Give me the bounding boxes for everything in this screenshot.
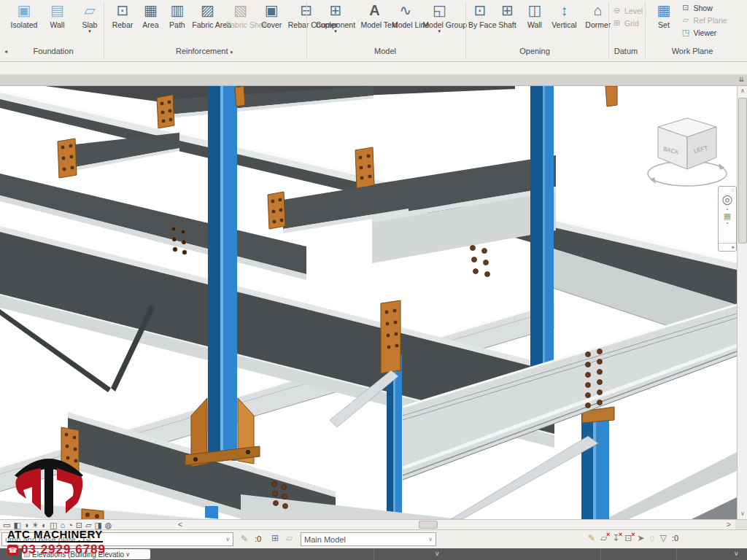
component-icon: ⊞	[314, 1, 357, 20]
design-options-dialog-icon[interactable]: ▱	[286, 533, 293, 543]
displacement-icon[interactable]: ◍	[105, 520, 112, 530]
fabric-area-button[interactable]: ▨ Fabric Area	[192, 0, 222, 29]
connection-plate[interactable]	[61, 427, 79, 472]
component-caret-icon[interactable]: ▾	[314, 29, 357, 34]
workset-selector[interactable]: umn and base plate - Gi ∨	[1, 532, 233, 546]
background-processes-icon[interactable]: ◌	[649, 533, 654, 543]
nav-dot-icon: •	[727, 221, 729, 225]
selection-count: :0	[672, 534, 678, 542]
shadows-icon[interactable]: ◐	[42, 520, 47, 530]
ribbon-separator	[465, 2, 466, 58]
temporary-view-properties-icon[interactable]: ▱	[85, 520, 91, 530]
temporary-hide-icon[interactable]: ◔	[68, 520, 73, 530]
chevron-down-icon[interactable]: ∨	[428, 536, 433, 542]
panel-label-model[interactable]: Model	[312, 47, 458, 58]
steering-wheel-icon[interactable]: ◎	[722, 192, 733, 207]
model-group-caret-icon[interactable]: ▾	[422, 29, 456, 34]
wall-foundation-button[interactable]: ▤ Wall	[44, 0, 70, 29]
set-button[interactable]: ▦ Set	[651, 0, 677, 29]
editable-only-icon[interactable]: ✎	[588, 533, 595, 543]
select-pinned-icon[interactable]: ↧×	[612, 533, 619, 543]
chevron-down-icon[interactable]: ∨	[225, 536, 230, 542]
slab-icon: ▱	[74, 1, 106, 20]
path-button[interactable]: ▥ Path	[166, 0, 189, 29]
status-bar: umn and base plate - Gi ∨ ✎ :0 ⊞ ▱ Main …	[0, 529, 747, 548]
vertical-scroll-thumb[interactable]	[738, 98, 747, 244]
visual-style-icon[interactable]: ◑	[24, 520, 29, 530]
steel-column-blue[interactable]	[208, 86, 237, 461]
panel-label-reinforcement[interactable]: Reinforcement ▾	[107, 47, 302, 58]
sun-path-icon[interactable]: ☀	[31, 520, 39, 530]
area-button[interactable]: ▦ Area	[139, 0, 162, 29]
design-option-selector[interactable]: Main Model ∨	[301, 532, 436, 546]
select-links-icon[interactable]: ▱×	[600, 533, 607, 543]
model-line-button[interactable]: ∿ Model Line	[392, 0, 419, 29]
fabric-sheet-button[interactable]: ▧ Fabric Sheet	[226, 0, 255, 29]
drag-on-selection-icon[interactable]: ➤	[637, 533, 644, 543]
drawing-area-3d-view[interactable]: BACK LEFT ○ ◎ • ▦ • ▸	[0, 86, 737, 519]
ref-plane-button[interactable]: ▱ Ref Plane	[680, 14, 727, 26]
slab-button[interactable]: ▱ Slab ▾	[74, 0, 106, 34]
connection-plate[interactable]	[605, 86, 617, 106]
crop-view-icon[interactable]: ◫	[50, 520, 57, 530]
isolated-foundation-button[interactable]: ▣ Isolated	[7, 0, 41, 29]
panel-label-work-plane[interactable]: Work Plane	[646, 47, 738, 58]
scroll-down-arrow[interactable]: ∨	[738, 509, 747, 519]
worksets-dialog-icon[interactable]: ⊞	[271, 533, 279, 543]
grid-button[interactable]: ⊞ Grid	[611, 17, 643, 29]
chevron-down-icon[interactable]: ∨	[435, 550, 440, 557]
nav-expand-icon[interactable]: ▸	[732, 244, 735, 249]
vertical-icon: ↕	[549, 1, 578, 20]
level-button[interactable]: ⊖ Level	[611, 4, 643, 17]
steel-structure-model[interactable]: BACK LEFT	[0, 86, 737, 519]
reveal-hidden-icon[interactable]: ⊡	[76, 520, 82, 530]
project-browser-view-item[interactable]: Elevations (Building Elevatio ∨	[22, 549, 150, 559]
connection-plate[interactable]	[157, 95, 174, 128]
model-group-button[interactable]: ◱ Model Group ▾	[422, 0, 456, 34]
rebar-button[interactable]: ⊡ Rebar	[109, 0, 136, 29]
fabric-area-icon: ▨	[192, 1, 222, 20]
crop-region-icon[interactable]: ⌂	[60, 520, 65, 530]
reinforcement-caret-icon: ▾	[231, 50, 233, 55]
isolated-icon: ▣	[7, 1, 41, 20]
shaft-icon: ⊞	[495, 1, 519, 20]
component-button[interactable]: ⊞ Component ▾	[314, 0, 357, 34]
analytical-model-icon[interactable]: ◨	[94, 520, 101, 530]
dormer-button[interactable]: ⌂ Dormer	[582, 0, 614, 29]
by-face-icon: ⊡	[468, 1, 492, 20]
nav-pin-icon[interactable]: ○	[732, 187, 735, 192]
shaft-button[interactable]: ⊞ Shaft	[495, 0, 519, 29]
panel-label-foundation[interactable]: Foundation	[4, 47, 102, 58]
vertical-scrollbar[interactable]: ∧ ∨	[737, 86, 747, 519]
show-button[interactable]: ⊡ Show	[680, 1, 727, 14]
scroll-up-arrow[interactable]: ∧	[738, 86, 747, 96]
viewer-button[interactable]: ◳ Viewer	[680, 26, 727, 39]
navigation-bar[interactable]: ○ ◎ • ▦ • ▸	[718, 186, 737, 252]
select-by-face-icon[interactable]: ⊡×	[624, 533, 632, 543]
by-face-button[interactable]: ⊡ By Face	[468, 0, 492, 29]
vertical-button[interactable]: ↕ Vertical	[549, 0, 578, 29]
slab-caret-icon[interactable]: ▾	[74, 29, 106, 34]
connection-plate[interactable]	[58, 139, 77, 178]
filter-icon[interactable]: ▽	[660, 533, 667, 543]
panel-label-opening[interactable]: Opening	[467, 47, 603, 58]
steel-column-blue[interactable]	[530, 86, 554, 372]
detail-level-icon[interactable]: ◧	[13, 520, 20, 530]
cover-button[interactable]: ▣ Cover	[258, 0, 285, 29]
scroll-left-arrow[interactable]: <	[175, 520, 185, 529]
model-text-button[interactable]: A Model Text	[360, 0, 388, 29]
horizontal-scroll-thumb[interactable]	[419, 521, 438, 529]
chevron-down-icon[interactable]: ∨	[125, 551, 130, 558]
scroll-right-arrow[interactable]: >	[724, 520, 734, 529]
connection-plate[interactable]	[355, 147, 374, 189]
chevron-down-icon[interactable]: ∨	[734, 550, 739, 557]
divider	[600, 548, 601, 560]
scroll-top-icon[interactable]: ⇊	[738, 76, 744, 83]
connection-plate[interactable]	[381, 300, 400, 373]
scale-icon[interactable]: ▭	[3, 520, 10, 530]
connection-plate[interactable]	[235, 86, 245, 106]
wall-opening-button[interactable]: ◫ Wall	[523, 0, 546, 29]
panel-label-datum[interactable]: Datum	[608, 47, 643, 58]
editing-requests-icon[interactable]: ✎	[241, 534, 248, 544]
horizontal-scrollbar[interactable]: ▭ ◧ ◑ ☀ ◐ ◫ ⌂ ◔ ⊡ ▱ ◨ ◍ < >	[0, 519, 747, 529]
